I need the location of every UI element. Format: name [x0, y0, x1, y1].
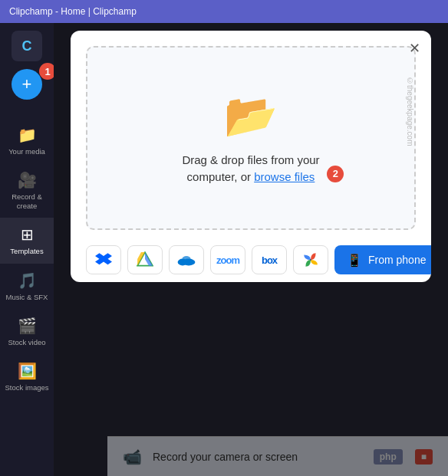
- svg-marker-3: [145, 252, 153, 266]
- from-phone-button[interactable]: 📱 From phone: [334, 245, 431, 274]
- pinwheel-icon: [302, 251, 319, 268]
- browse-link-text: browse files: [254, 170, 315, 183]
- sidebar-item-stock-video[interactable]: 🎬 Stock video: [0, 309, 54, 354]
- zoom-label: zoom: [216, 254, 239, 266]
- drop-text-line1: Drag & drop files from your: [182, 153, 319, 166]
- from-phone-label: From phone: [368, 254, 426, 266]
- title-text: Clipchamp - Home | Clipchamp: [9, 6, 137, 17]
- sidebar-label-stock-images: Stock images: [5, 383, 48, 392]
- sidebar-item-your-media[interactable]: 📁 Your media: [0, 118, 54, 163]
- sidebar-label-your-media: Your media: [8, 147, 45, 156]
- google-drive-icon: [137, 251, 153, 268]
- add-icon: +: [22, 74, 32, 94]
- sidebar-label-stock-video: Stock video: [8, 338, 45, 346]
- sidebar-item-stock-images[interactable]: 🖼️ Stock images: [0, 354, 54, 399]
- modal-overlay: ✕ 📂 Drag & drop files from your computer…: [54, 23, 448, 476]
- sidebar-item-record-create[interactable]: 🎥 Record &create: [0, 163, 54, 218]
- modal: ✕ 📂 Drag & drop files from your computer…: [71, 31, 431, 282]
- sidebar-item-templates[interactable]: ⊞ Templates: [0, 218, 54, 263]
- pinwheel-button[interactable]: [293, 245, 328, 274]
- sidebar-label-music-sfx: Music & SFX: [6, 293, 48, 301]
- your-media-icon: 📁: [18, 126, 37, 144]
- browse-files-link[interactable]: browse files 2: [254, 170, 315, 183]
- modal-close-button[interactable]: ✕: [409, 40, 420, 57]
- svg-point-7: [182, 256, 190, 262]
- main-content: ✕ 📂 Drag & drop files from your computer…: [54, 23, 448, 476]
- onedrive-button[interactable]: [169, 245, 204, 274]
- onedrive-icon: [177, 253, 196, 267]
- logo-letter: C: [22, 38, 32, 54]
- sidebar-logo: C: [12, 31, 42, 61]
- app-layout: C + 1 📁 Your media 🎥 Record &create ⊞ Te…: [0, 23, 448, 476]
- folder-icon: 📂: [224, 90, 278, 141]
- sidebar: C + 1 📁 Your media 🎥 Record &create ⊞ Te…: [0, 23, 54, 476]
- cloud-buttons-row: zoom box: [71, 238, 431, 282]
- sidebar-label-record-create: Record &create: [12, 192, 42, 210]
- svg-point-8: [310, 259, 311, 261]
- stock-video-icon: 🎬: [18, 317, 37, 335]
- sidebar-label-templates: Templates: [10, 247, 43, 255]
- drop-zone[interactable]: 📂 Drag & drop files from your computer, …: [86, 46, 416, 230]
- sidebar-item-music-sfx[interactable]: 🎵 Music & SFX: [0, 264, 54, 309]
- browse-badge: 2: [327, 166, 344, 182]
- drop-text-line2: computer, or: [187, 170, 251, 183]
- phone-icon: 📱: [347, 253, 362, 268]
- box-label: box: [262, 254, 277, 266]
- svg-marker-0: [95, 253, 112, 264]
- music-sfx-icon: 🎵: [18, 271, 37, 290]
- google-drive-button[interactable]: [127, 245, 163, 274]
- add-button-wrapper: + 1: [12, 69, 42, 112]
- dropbox-icon: [95, 251, 112, 268]
- box-button[interactable]: box: [252, 245, 287, 274]
- templates-icon: ⊞: [21, 225, 34, 244]
- drop-text: Drag & drop files from your computer, or…: [182, 152, 319, 186]
- add-button[interactable]: + 1: [12, 69, 42, 100]
- dropbox-button[interactable]: [86, 245, 121, 274]
- zoom-button[interactable]: zoom: [210, 245, 245, 274]
- stock-images-icon: 🖼️: [18, 362, 37, 380]
- record-create-icon: 🎥: [18, 171, 37, 189]
- title-bar: Clipchamp - Home | Clipchamp: [0, 0, 448, 23]
